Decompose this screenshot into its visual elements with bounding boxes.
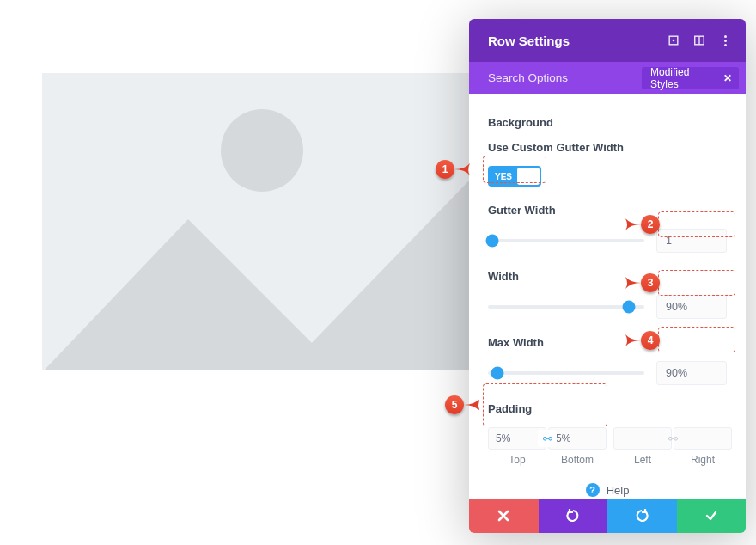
canvas-image-placeholder xyxy=(42,73,472,370)
padding-bottom-input[interactable] xyxy=(548,427,607,450)
callout-3: 3 xyxy=(625,273,660,292)
toggle-knob xyxy=(517,168,540,185)
padding-left-label: Left xyxy=(634,454,651,466)
callout-number: 4 xyxy=(641,331,660,350)
padding-vertical-pair: Top Bottom ⚯ xyxy=(488,427,607,466)
callout-number: 1 xyxy=(436,160,454,179)
callout-2: 2 xyxy=(625,215,660,234)
kebab-menu-icon[interactable] xyxy=(718,34,732,47)
panel-body: Background Use Custom Gutter Width YES G… xyxy=(469,94,746,499)
expand-icon[interactable] xyxy=(667,34,680,47)
panel-header: Row Settings xyxy=(469,19,746,62)
slider-thumb[interactable] xyxy=(622,301,635,314)
modified-styles-label: Modified Styles xyxy=(650,66,716,90)
width-label: Width xyxy=(488,270,727,283)
undo-button[interactable] xyxy=(539,499,608,533)
padding-right-label: Right xyxy=(691,454,715,466)
callout-1: 1 xyxy=(436,160,470,179)
gutter-width-slider[interactable] xyxy=(488,239,644,242)
help-icon: ? xyxy=(586,483,600,497)
gutter-width-input[interactable] xyxy=(656,229,727,253)
max-width-slider[interactable] xyxy=(488,371,644,375)
callout-number: 3 xyxy=(641,273,660,292)
help-link[interactable]: ? Help xyxy=(488,483,727,497)
width-input[interactable] xyxy=(656,295,727,319)
search-bar: Modified Styles ✕ xyxy=(469,62,746,94)
callout-number: 5 xyxy=(445,395,464,414)
redo-button[interactable] xyxy=(607,499,677,533)
callout-number: 2 xyxy=(641,215,660,234)
width-slider[interactable] xyxy=(488,305,644,309)
panel-footer xyxy=(469,499,746,533)
slider-thumb[interactable] xyxy=(491,367,503,380)
padding-top-label: Top xyxy=(509,454,525,466)
custom-gutter-toggle[interactable]: YES xyxy=(488,166,541,187)
cancel-button[interactable] xyxy=(469,499,539,533)
svg-point-5 xyxy=(673,40,675,42)
columns-icon[interactable] xyxy=(692,34,706,47)
background-heading: Background xyxy=(488,116,727,129)
row-settings-panel: Row Settings Modified Styles ✕ Backgroun… xyxy=(469,19,746,533)
padding-horizontal-pair: Left Right ⚯ xyxy=(613,427,732,466)
max-width-label: Max Width xyxy=(488,336,727,349)
unlink-icon[interactable]: ⚯ xyxy=(663,430,682,447)
search-input[interactable] xyxy=(488,71,633,84)
callout-5: 5 xyxy=(445,395,479,414)
padding-label: Padding xyxy=(488,402,727,415)
custom-gutter-label: Use Custom Gutter Width xyxy=(488,141,727,154)
help-label: Help xyxy=(607,484,630,497)
callout-4: 4 xyxy=(625,331,660,350)
padding-right-input[interactable] xyxy=(674,427,732,450)
svg-point-1 xyxy=(221,109,303,192)
clear-filter-icon[interactable]: ✕ xyxy=(723,72,732,84)
slider-thumb[interactable] xyxy=(486,235,499,248)
panel-title: Row Settings xyxy=(488,34,655,48)
max-width-input[interactable] xyxy=(656,361,727,385)
gutter-width-label: Gutter Width xyxy=(488,204,727,217)
save-button[interactable] xyxy=(677,499,747,533)
link-icon[interactable]: ⚯ xyxy=(538,430,557,447)
padding-bottom-label: Bottom xyxy=(561,454,594,466)
modified-styles-filter[interactable]: Modified Styles ✕ xyxy=(642,67,739,89)
toggle-text: YES xyxy=(495,172,512,181)
